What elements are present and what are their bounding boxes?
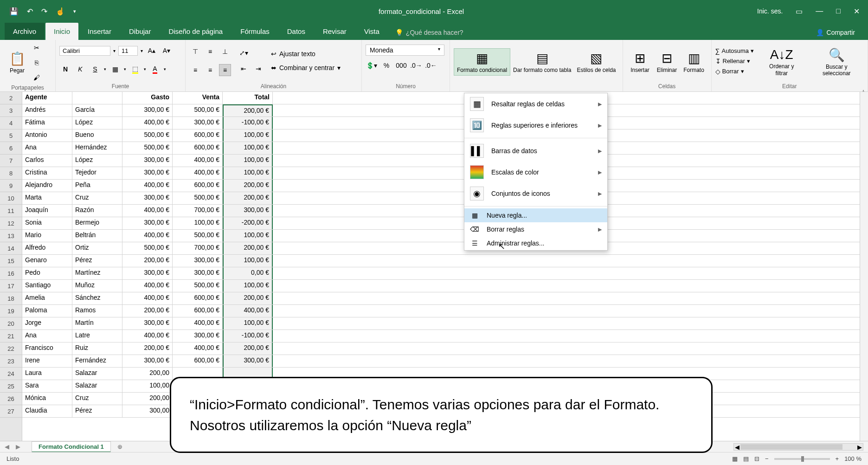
cell[interactable]: Mónica	[22, 393, 72, 405]
clear-button[interactable]: ◇Borrar ▾	[715, 68, 754, 75]
zoom-thumb[interactable]	[801, 456, 804, 462]
row-header[interactable]: 17	[0, 280, 22, 292]
cell[interactable]: 100,00 €	[223, 317, 273, 329]
align-right-icon[interactable]: ≡	[219, 64, 231, 76]
wrap-text-button[interactable]: ↩Ajustar texto	[271, 50, 341, 58]
cf-highlight-rules[interactable]: ▦ Resaltar reglas de celdas ▶	[464, 93, 607, 115]
cell[interactable]: 400,00 €	[173, 317, 223, 329]
cell[interactable]: 300,00 €	[173, 267, 223, 279]
cell[interactable]: 200,00 €	[122, 255, 173, 267]
cell[interactable]: 400,00 €	[122, 292, 173, 304]
cell[interactable]: Carlos	[22, 155, 72, 167]
row-header[interactable]: 3	[0, 104, 22, 117]
align-left-icon[interactable]: ≡	[189, 64, 201, 76]
number-format-combo[interactable]: Moneda▾	[366, 45, 444, 56]
format-painter-icon[interactable]: 🖌	[31, 71, 43, 84]
cell[interactable]: 700,00 €	[173, 205, 223, 217]
cell[interactable]: 300,00 €	[122, 217, 173, 229]
cell[interactable]: 100,00 €	[223, 142, 273, 154]
cell[interactable]: -100,00 €	[223, 330, 273, 342]
cf-data-bars[interactable]: ▌▌ Barras de datos ▶	[464, 140, 607, 161]
copy-icon[interactable]: ⎘	[31, 57, 43, 69]
cell[interactable]: 400,00 €	[223, 305, 273, 317]
row-header[interactable]: 9	[0, 180, 22, 192]
sheet-tab-active[interactable]: Formato Condicional 1	[32, 441, 111, 452]
cell[interactable]: Genaro	[22, 255, 72, 267]
tab-layout[interactable]: Diseño de página	[160, 23, 231, 40]
cell[interactable]: 500,00 €	[122, 242, 173, 254]
cell[interactable]: 300,00	[122, 405, 173, 417]
chevron-down-icon[interactable]: ▾	[124, 67, 126, 71]
cell[interactable]: Martínez	[72, 267, 122, 279]
cf-color-scales[interactable]: Escalas de color ▶	[464, 161, 607, 183]
col-header-gasto[interactable]: Gasto	[122, 92, 173, 104]
decrease-decimal-icon[interactable]: .0←	[425, 59, 437, 71]
cell[interactable]: Paloma	[22, 305, 72, 317]
zoom-in-icon[interactable]: +	[836, 455, 839, 462]
cell[interactable]: 400,00 €	[122, 205, 173, 217]
row-header[interactable]: 22	[0, 342, 22, 355]
save-icon[interactable]: 💾	[9, 7, 19, 16]
redo-icon[interactable]: ↷	[41, 7, 47, 16]
cell[interactable]: 600,00 €	[173, 305, 223, 317]
cell[interactable]: 300,00 €	[122, 317, 173, 329]
tab-file[interactable]: Archivo	[5, 23, 45, 40]
col-header-venta[interactable]: Venta	[173, 92, 223, 104]
cell[interactable]: Antonio	[22, 129, 72, 142]
row-header[interactable]: 21	[0, 330, 22, 342]
cell[interactable]: Peña	[72, 180, 122, 192]
tab-home[interactable]: Inicio	[45, 23, 78, 40]
row-header[interactable]: 8	[0, 167, 22, 180]
align-center-icon[interactable]: ≡	[204, 64, 216, 76]
format-as-table-button[interactable]: ▤ Dar formato como tabla	[510, 49, 574, 75]
cell[interactable]: Cristina	[22, 167, 72, 179]
zoom-level[interactable]: 100 %	[844, 455, 862, 462]
cell[interactable]: Mario	[22, 230, 72, 242]
cell[interactable]: Salazar	[72, 368, 122, 380]
cell[interactable]: 100,00 €	[223, 129, 273, 142]
cf-manage-rules[interactable]: ☰ Administrar reglas...	[464, 236, 607, 250]
paste-button[interactable]: 📋 Pegar	[4, 49, 31, 76]
cell[interactable]: Pérez	[72, 255, 122, 267]
align-bottom-icon[interactable]: ⊥	[219, 45, 231, 58]
scroll-right-icon[interactable]: ▶	[857, 444, 862, 451]
cell[interactable]: 300,00 €	[223, 355, 273, 367]
row-header[interactable]: 24	[0, 368, 22, 380]
row-header[interactable]: 6	[0, 142, 22, 155]
cell[interactable]: Ortiz	[72, 242, 122, 254]
bold-button[interactable]: N	[59, 63, 71, 75]
cell[interactable]: 300,00 €	[122, 267, 173, 279]
scroll-thumb[interactable]	[740, 444, 842, 450]
cell[interactable]: 300,00 €	[122, 192, 173, 204]
font-color-icon[interactable]: A	[149, 63, 161, 75]
cell[interactable]: 100,00 €	[173, 217, 223, 229]
delete-cells-button[interactable]: ⊟Eliminar	[654, 49, 681, 75]
cell[interactable]: 400,00 €	[122, 280, 173, 292]
cell[interactable]: Ana	[22, 330, 72, 342]
row-header[interactable]: 2	[0, 92, 22, 104]
ribbon-display-icon[interactable]: ▭	[796, 7, 803, 16]
cell[interactable]: 300,00 €	[122, 355, 173, 367]
cell[interactable]: 500,00 €	[173, 280, 223, 292]
zoom-slider[interactable]	[774, 458, 830, 460]
row-header[interactable]: 12	[0, 217, 22, 230]
cell[interactable]: 100,00 €	[223, 230, 273, 242]
share-button[interactable]: 👤 Compartir	[808, 25, 863, 40]
minimize-icon[interactable]: ―	[816, 7, 823, 15]
find-select-button[interactable]: 🔍Buscar y seleccionar	[809, 45, 864, 79]
cell[interactable]: 300,00 €	[122, 167, 173, 179]
row-header[interactable]: 25	[0, 380, 22, 393]
cf-new-rule[interactable]: ▦ Nueva regla...	[464, 208, 607, 222]
cell[interactable]: García	[72, 104, 122, 116]
autosum-button[interactable]: ∑Autosuma ▾	[715, 47, 754, 55]
cell[interactable]: 400,00 €	[173, 155, 223, 167]
cell[interactable]: Ramos	[72, 305, 122, 317]
italic-button[interactable]: K	[74, 63, 86, 75]
increase-decimal-icon[interactable]: .0→	[410, 59, 422, 71]
row-header[interactable]: 11	[0, 205, 22, 217]
cell[interactable]: Joaquín	[22, 205, 72, 217]
cell[interactable]: 200,00 €	[223, 192, 273, 204]
row-header[interactable]: 26	[0, 393, 22, 405]
touch-mode-icon[interactable]: ☝	[56, 7, 65, 16]
orientation-icon[interactable]: ⤢▾	[238, 47, 250, 59]
